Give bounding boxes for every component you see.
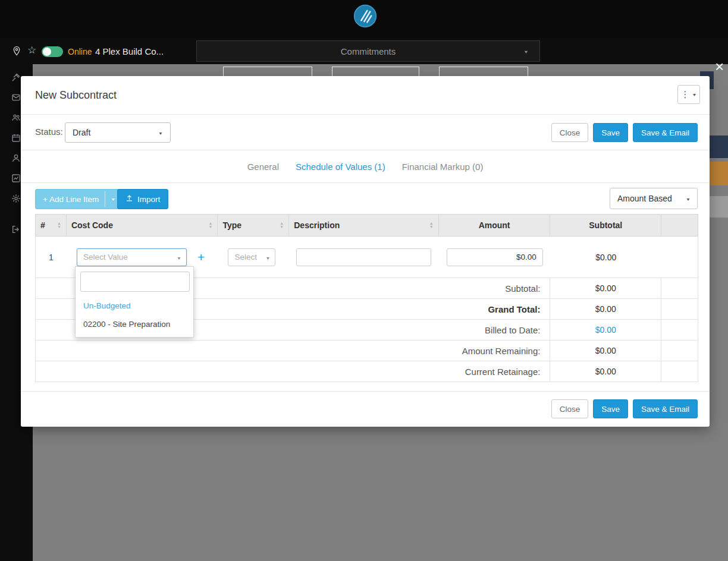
chevron-down-icon: ▼ (177, 256, 181, 260)
top-bar (0, 0, 728, 38)
summary-row: Current Retainage: $0.00 (35, 361, 698, 382)
amount-based-value: Amount Based (617, 194, 672, 203)
column-header-label: Type (222, 220, 241, 230)
save-button[interactable]: Save (593, 399, 628, 418)
description-input[interactable] (296, 248, 431, 266)
summary-label: Current Retainage: (36, 361, 550, 382)
import-button[interactable]: Import (117, 189, 168, 209)
settings-gear-icon[interactable] (11, 194, 21, 203)
type-select[interactable]: Select ▼ (228, 248, 275, 266)
cost-code-dropdown-panel: Un-Budgeted 02200 - Site Preparation (75, 266, 194, 338)
save-button[interactable]: Save (593, 123, 628, 142)
column-header-cost-code[interactable]: Cost Code ▲▼ (67, 215, 218, 236)
amount-input[interactable] (447, 248, 543, 266)
logout-icon[interactable] (11, 225, 21, 234)
column-header-type[interactable]: Type ▲▼ (218, 215, 289, 236)
row-subtotal: $0.00 (550, 237, 661, 278)
type-cell: Select ▼ (218, 237, 289, 278)
column-header-subtotal[interactable]: Subtotal (550, 215, 661, 236)
sort-icons: ▲▼ (280, 222, 284, 229)
save-email-button[interactable]: Save & Email (633, 123, 698, 142)
new-subcontract-modal: New Subcontract ⋮ ▼ Status: Draft ▼ Clos… (21, 76, 710, 427)
modal-header-actions: Close Save Save & Email (551, 123, 698, 142)
upload-icon (125, 194, 133, 204)
app-logo-icon[interactable] (353, 4, 377, 28)
modal-close-icon[interactable]: × (715, 59, 724, 74)
chevron-down-icon: ▼ (523, 49, 529, 55)
project-name[interactable]: 4 Plex Build Co... (95, 46, 164, 56)
add-line-item-button[interactable]: + Add Line Item ▼ (35, 189, 121, 209)
summary-extra (661, 299, 698, 319)
location-pin-icon[interactable] (12, 46, 21, 56)
sales-icon[interactable] (11, 73, 21, 82)
table-header-row: # ▲▼ Cost Code ▲▼ Type ▲▼ Description ▲▼… (35, 214, 698, 237)
more-options-button[interactable]: ⋮ ▼ (677, 85, 700, 104)
row-number: 1 (36, 237, 67, 278)
sort-icons: ▲▼ (209, 222, 213, 229)
type-placeholder: Select (234, 253, 257, 261)
modal-title: New Subcontract (35, 89, 117, 102)
summary-value: $0.00 (550, 361, 661, 382)
close-button[interactable]: Close (551, 123, 589, 142)
summary-value: $0.00 (550, 299, 661, 319)
column-header-label: Subtotal (589, 220, 622, 230)
cost-code-select[interactable]: Select Value ▼ (77, 248, 187, 266)
online-label: Online (68, 47, 92, 56)
column-header-amount[interactable]: Amount (439, 215, 551, 236)
client-icon[interactable] (11, 153, 21, 163)
close-button[interactable]: Close (551, 399, 589, 418)
status-row: Status: Draft ▼ Close Save Save & Email (21, 115, 710, 150)
schedule-icon[interactable] (11, 133, 21, 143)
column-header-number[interactable]: # ▲▼ (36, 215, 67, 236)
nav-dropdown[interactable]: Commitments ▼ (196, 40, 540, 62)
cost-code-search-input[interactable] (80, 272, 190, 292)
summary-value: $0.00 (550, 341, 661, 361)
online-toggle[interactable] (42, 46, 63, 57)
column-header-label: # (40, 220, 45, 230)
row-extra-cell (661, 237, 698, 278)
sort-icons: ▲▼ (57, 222, 61, 229)
chevron-down-icon: ▼ (692, 92, 697, 97)
summary-row: Amount Remaining: $0.00 (35, 341, 698, 361)
nav-dropdown-value: Commitments (341, 46, 396, 56)
cost-code-option-site-preparation[interactable]: 02200 - Site Preparation (76, 315, 193, 333)
contacts-icon[interactable] (11, 113, 21, 122)
summary-extra (661, 278, 698, 298)
sov-toolbar: + Add Line Item ▼ Import Amount Based ▼ (21, 184, 710, 215)
save-email-button[interactable]: Save & Email (633, 399, 698, 418)
divider (21, 391, 710, 392)
summary-value: $0.00 (550, 278, 661, 298)
column-header-empty (661, 215, 698, 236)
tab-schedule-of-values[interactable]: Schedule of Values (1) (296, 162, 385, 172)
chevron-down-icon: ▼ (158, 131, 163, 136)
messages-icon[interactable] (11, 93, 21, 102)
summary-label: Amount Remaining: (36, 341, 550, 361)
cost-code-placeholder: Select Value (83, 253, 128, 261)
tab-financial-markup[interactable]: Financial Markup (0) (402, 162, 484, 172)
column-header-label: Description (294, 220, 340, 230)
amount-cell (439, 237, 551, 278)
import-label: Import (137, 195, 160, 204)
status-value: Draft (73, 128, 90, 137)
status-select[interactable]: Draft ▼ (65, 122, 171, 143)
summary-extra (661, 361, 698, 382)
reports-icon[interactable] (11, 174, 21, 183)
app-root: { "colors": { "accent_blue": "#1e98d7", … (0, 0, 728, 561)
description-cell (289, 237, 439, 278)
column-header-description[interactable]: Description ▲▼ (289, 215, 439, 236)
add-line-item-label: + Add Line Item (36, 195, 105, 204)
amount-based-select[interactable]: Amount Based ▼ (610, 188, 698, 209)
favorite-star-icon[interactable]: ☆ (27, 44, 36, 56)
summary-extra (661, 341, 698, 361)
chevron-down-icon: ▼ (686, 197, 691, 202)
summary-extra (661, 320, 698, 340)
add-cost-code-button[interactable]: + (197, 251, 205, 263)
summary-value-link[interactable]: $0.00 (550, 320, 661, 340)
column-header-label: Amount (479, 220, 510, 230)
cost-code-option-unbudgeted[interactable]: Un-Budgeted (76, 297, 193, 315)
modal-tabs: General Schedule of Values (1) Financial… (21, 151, 710, 183)
project-bar: ☆ Online 4 Plex Build Co... Commitments … (0, 38, 728, 64)
tab-general[interactable]: General (247, 162, 279, 172)
chevron-down-icon: ▼ (266, 256, 271, 260)
kebab-dots-icon: ⋮ (681, 89, 690, 100)
